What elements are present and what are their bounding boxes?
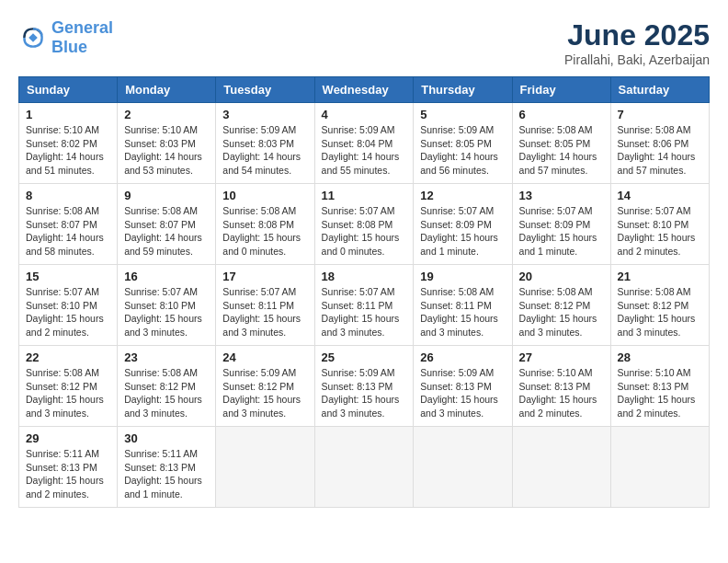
cell-content: Sunrise: 5:08 AM Sunset: 8:05 PM Dayligh… — [519, 123, 604, 178]
day-number: 1 — [26, 108, 110, 121]
daylight-text: Daylight: 15 hours and 3 minutes. — [26, 394, 104, 419]
cell-content: Sunrise: 5:09 AM Sunset: 8:05 PM Dayligh… — [420, 123, 505, 178]
sunset-text: Sunset: 8:13 PM — [420, 381, 492, 392]
sunrise-text: Sunrise: 5:07 AM — [124, 286, 198, 297]
sunset-text: Sunset: 8:07 PM — [26, 219, 97, 230]
day-cell-30: 30 Sunrise: 5:11 AM Sunset: 8:13 PM Dayl… — [118, 427, 216, 508]
day-cell-8: 8 Sunrise: 5:08 AM Sunset: 8:07 PM Dayli… — [19, 184, 118, 265]
sunrise-text: Sunrise: 5:09 AM — [420, 367, 494, 378]
col-monday: Monday — [118, 77, 216, 103]
cell-content: Sunrise: 5:07 AM Sunset: 8:11 PM Dayligh… — [222, 285, 307, 339]
day-number: 5 — [420, 108, 505, 121]
cell-content: Sunrise: 5:07 AM Sunset: 8:10 PM Dayligh… — [124, 285, 209, 339]
sunrise-text: Sunrise: 5:08 AM — [124, 367, 198, 378]
cell-content: Sunrise: 5:09 AM Sunset: 8:12 PM Dayligh… — [222, 366, 307, 420]
cell-content: Sunrise: 5:10 AM Sunset: 8:02 PM Dayligh… — [26, 123, 110, 178]
sunrise-text: Sunrise: 5:08 AM — [26, 205, 99, 216]
empty-cell — [610, 427, 709, 508]
day-cell-3: 3 Sunrise: 5:09 AM Sunset: 8:03 PM Dayli… — [216, 103, 314, 184]
sunset-text: Sunset: 8:12 PM — [124, 381, 196, 392]
sunrise-text: Sunrise: 5:09 AM — [322, 124, 395, 135]
day-cell-14: 14 Sunrise: 5:07 AM Sunset: 8:10 PM Dayl… — [610, 184, 709, 265]
day-cell-1: 1 Sunrise: 5:10 AM Sunset: 8:02 PM Dayli… — [19, 103, 118, 184]
day-number: 21 — [618, 270, 702, 283]
day-cell-9: 9 Sunrise: 5:08 AM Sunset: 8:07 PM Dayli… — [118, 184, 216, 265]
sunset-text: Sunset: 8:10 PM — [26, 300, 97, 311]
cell-content: Sunrise: 5:10 AM Sunset: 8:13 PM Dayligh… — [618, 366, 702, 420]
daylight-text: Daylight: 15 hours and 3 minutes. — [322, 394, 400, 419]
day-number: 3 — [222, 108, 307, 121]
empty-cell — [414, 427, 512, 508]
daylight-text: Daylight: 14 hours and 56 minutes. — [420, 151, 498, 176]
cell-content: Sunrise: 5:09 AM Sunset: 8:13 PM Dayligh… — [420, 366, 505, 420]
daylight-text: Daylight: 15 hours and 3 minutes. — [222, 313, 301, 338]
sunset-text: Sunset: 8:07 PM — [124, 219, 196, 230]
day-number: 17 — [222, 270, 307, 283]
day-cell-25: 25 Sunrise: 5:09 AM Sunset: 8:13 PM Dayl… — [314, 346, 414, 427]
cell-content: Sunrise: 5:08 AM Sunset: 8:08 PM Dayligh… — [222, 204, 307, 259]
daylight-text: Daylight: 15 hours and 3 minutes. — [124, 394, 202, 419]
cell-content: Sunrise: 5:09 AM Sunset: 8:03 PM Dayligh… — [222, 123, 307, 178]
table-row: 8 Sunrise: 5:08 AM Sunset: 8:07 PM Dayli… — [19, 184, 710, 265]
col-saturday: Saturday — [610, 77, 709, 103]
col-wednesday: Wednesday — [314, 77, 414, 103]
daylight-text: Daylight: 15 hours and 1 minute. — [420, 232, 498, 257]
sunset-text: Sunset: 8:02 PM — [26, 138, 97, 149]
sunrise-text: Sunrise: 5:08 AM — [26, 367, 99, 378]
day-cell-17: 17 Sunrise: 5:07 AM Sunset: 8:11 PM Dayl… — [216, 265, 314, 346]
sunset-text: Sunset: 8:12 PM — [222, 381, 294, 392]
cell-content: Sunrise: 5:08 AM Sunset: 8:06 PM Dayligh… — [618, 123, 702, 178]
daylight-text: Daylight: 15 hours and 3 minutes. — [322, 313, 400, 338]
sunset-text: Sunset: 8:13 PM — [124, 462, 196, 473]
table-row: 22 Sunrise: 5:08 AM Sunset: 8:12 PM Dayl… — [19, 346, 710, 427]
daylight-text: Daylight: 15 hours and 3 minutes. — [222, 394, 301, 419]
day-cell-20: 20 Sunrise: 5:08 AM Sunset: 8:12 PM Dayl… — [512, 265, 610, 346]
day-cell-11: 11 Sunrise: 5:07 AM Sunset: 8:08 PM Dayl… — [314, 184, 414, 265]
daylight-text: Daylight: 15 hours and 1 minute. — [519, 232, 597, 257]
cell-content: Sunrise: 5:07 AM Sunset: 8:10 PM Dayligh… — [618, 204, 702, 259]
col-sunday: Sunday — [19, 77, 118, 103]
sunrise-text: Sunrise: 5:07 AM — [618, 205, 691, 216]
daylight-text: Daylight: 14 hours and 54 minutes. — [222, 151, 301, 176]
day-number: 24 — [222, 350, 307, 364]
day-cell-22: 22 Sunrise: 5:08 AM Sunset: 8:12 PM Dayl… — [19, 346, 118, 427]
day-cell-18: 18 Sunrise: 5:07 AM Sunset: 8:11 PM Dayl… — [314, 265, 414, 346]
month-title: June 2025 — [564, 18, 710, 52]
sunset-text: Sunset: 8:06 PM — [618, 138, 689, 149]
table-row: 1 Sunrise: 5:10 AM Sunset: 8:02 PM Dayli… — [19, 103, 710, 184]
day-number: 28 — [618, 350, 702, 364]
sunset-text: Sunset: 8:09 PM — [519, 219, 591, 230]
col-tuesday: Tuesday — [216, 77, 314, 103]
cell-content: Sunrise: 5:08 AM Sunset: 8:07 PM Dayligh… — [124, 204, 209, 259]
day-number: 10 — [222, 189, 307, 202]
col-friday: Friday — [512, 77, 610, 103]
cell-content: Sunrise: 5:09 AM Sunset: 8:13 PM Dayligh… — [322, 366, 407, 420]
day-number: 11 — [322, 189, 407, 202]
sunset-text: Sunset: 8:03 PM — [124, 138, 196, 149]
sunrise-text: Sunrise: 5:09 AM — [322, 367, 395, 378]
day-number: 2 — [124, 108, 209, 121]
day-cell-26: 26 Sunrise: 5:09 AM Sunset: 8:13 PM Dayl… — [414, 346, 512, 427]
daylight-text: Daylight: 15 hours and 2 minutes. — [618, 232, 696, 257]
daylight-text: Daylight: 14 hours and 59 minutes. — [124, 232, 202, 257]
day-number: 8 — [26, 189, 110, 202]
sunset-text: Sunset: 8:08 PM — [322, 219, 393, 230]
cell-content: Sunrise: 5:07 AM Sunset: 8:11 PM Dayligh… — [322, 285, 407, 339]
day-number: 16 — [124, 270, 209, 283]
daylight-text: Daylight: 15 hours and 2 minutes. — [26, 313, 104, 338]
sunrise-text: Sunrise: 5:10 AM — [618, 367, 691, 378]
daylight-text: Daylight: 15 hours and 3 minutes. — [124, 313, 202, 338]
day-number: 7 — [618, 108, 702, 121]
sunrise-text: Sunrise: 5:08 AM — [222, 205, 296, 216]
sunset-text: Sunset: 8:13 PM — [322, 381, 393, 392]
sunrise-text: Sunrise: 5:08 AM — [519, 286, 593, 297]
day-number: 22 — [26, 350, 110, 364]
daylight-text: Daylight: 15 hours and 3 minutes. — [618, 313, 696, 338]
cell-content: Sunrise: 5:08 AM Sunset: 8:12 PM Dayligh… — [26, 366, 110, 420]
sunrise-text: Sunrise: 5:08 AM — [618, 124, 691, 135]
sunset-text: Sunset: 8:05 PM — [519, 138, 591, 149]
title-area: June 2025 Pirallahi, Baki, Azerbaijan — [564, 18, 710, 67]
sunset-text: Sunset: 8:04 PM — [322, 138, 393, 149]
day-number: 29 — [26, 431, 110, 445]
day-cell-27: 27 Sunrise: 5:10 AM Sunset: 8:13 PM Dayl… — [512, 346, 610, 427]
